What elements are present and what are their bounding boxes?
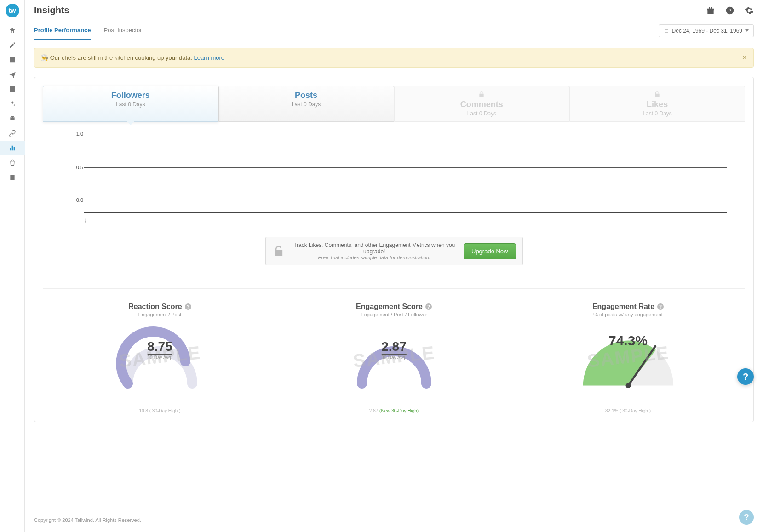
nav-shop[interactable] bbox=[0, 155, 25, 170]
gauge-subtitle: Engagement / Post bbox=[43, 312, 277, 317]
gauge-reaction-score: Reaction Score ? Engagement / Post SAMPL… bbox=[43, 303, 277, 413]
y-tick: 0.0 bbox=[70, 197, 83, 203]
logo: tw bbox=[6, 4, 19, 17]
date-range-text: Dec 24, 1969 - Dec 31, 1969 bbox=[672, 28, 742, 34]
y-tick: 1.0 bbox=[70, 131, 83, 137]
nav-doc[interactable] bbox=[0, 170, 25, 185]
gauges-row: Reaction Score ? Engagement / Post SAMPL… bbox=[43, 288, 745, 413]
gauge-subtitle: Engagement / Post / Follower bbox=[277, 312, 511, 317]
banner-learn-more-link[interactable]: Learn more bbox=[194, 54, 224, 61]
unlock-icon bbox=[272, 245, 285, 257]
metric-tab-likes[interactable]: Likes Last 0 Days bbox=[569, 86, 745, 122]
main-panel: Followers Last 0 Days Posts Last 0 Days … bbox=[34, 77, 754, 422]
trend-chart: 1.0 0.5 0.0 bbox=[84, 131, 727, 218]
lock-icon bbox=[654, 91, 661, 98]
tab-profile-performance[interactable]: Profile Performance bbox=[34, 21, 91, 40]
gauge-high-text: 82.1% ( 30-Day High ) bbox=[511, 408, 745, 413]
upgrade-subtext: Free Trial includes sample data for demo… bbox=[293, 255, 456, 260]
gauge-engagement-score: Engagement Score ? Engagement / Post / F… bbox=[277, 303, 511, 413]
help-badge-icon[interactable]: ? bbox=[185, 303, 191, 310]
gauge-high-green: (New 30-Day High) bbox=[379, 408, 419, 413]
y-tick: 0.5 bbox=[70, 165, 83, 170]
metric-tab-sub: Last 0 Days bbox=[219, 101, 394, 108]
metric-tab-followers[interactable]: Followers Last 0 Days bbox=[43, 86, 218, 122]
floating-chat-button[interactable]: ? bbox=[739, 510, 754, 525]
upgrade-callout: Track Likes, Comments, and other Engagem… bbox=[265, 237, 523, 265]
nav-home[interactable] bbox=[0, 23, 25, 38]
banner-text: Our chefs are still in the kitchen cooki… bbox=[50, 54, 192, 61]
gauge-engagement-rate: Engagement Rate ? % of posts w/ any enga… bbox=[511, 303, 745, 413]
gauge-value: 2.87 bbox=[381, 339, 407, 355]
nav-insights[interactable] bbox=[0, 141, 25, 155]
gauge-title-text: Engagement Rate bbox=[592, 303, 654, 311]
metric-tab-sub: Last 0 Days bbox=[395, 110, 569, 117]
nav-ghost[interactable] bbox=[0, 111, 25, 126]
nav-media[interactable] bbox=[0, 52, 25, 67]
gift-icon[interactable] bbox=[706, 6, 715, 15]
help-icon[interactable]: ? bbox=[725, 6, 734, 15]
chart-marker-icon bbox=[84, 218, 87, 224]
metric-tab-title: Likes bbox=[570, 100, 745, 109]
svg-rect-2 bbox=[85, 219, 86, 221]
gauge-high-text: 10.8 ( 30-Day High ) bbox=[43, 408, 277, 413]
footer-text: Copyright © 2024 Tailwind. All Rights Re… bbox=[25, 513, 763, 532]
upgrade-button[interactable]: Upgrade Now bbox=[464, 243, 516, 259]
gauge-avg-label: 30-Day Avg. bbox=[147, 355, 172, 360]
metric-tab-sub: Last 0 Days bbox=[43, 101, 218, 108]
lock-icon bbox=[478, 91, 485, 98]
nav-calendar[interactable] bbox=[0, 82, 25, 97]
help-badge-icon[interactable]: ? bbox=[425, 303, 432, 310]
calendar-icon bbox=[664, 28, 669, 34]
metric-tab-title: Followers bbox=[43, 91, 218, 100]
chef-icon: 👨‍🍳 bbox=[41, 54, 48, 61]
metric-tab-comments[interactable]: Comments Last 0 Days bbox=[394, 86, 570, 122]
close-icon[interactable]: × bbox=[742, 53, 747, 63]
nav-send[interactable] bbox=[0, 67, 25, 82]
nav-sparkle[interactable] bbox=[0, 97, 25, 111]
nav-create[interactable] bbox=[0, 38, 25, 52]
chart-y-axis: 1.0 0.5 0.0 bbox=[70, 131, 83, 218]
sidebar: tw bbox=[0, 0, 25, 532]
info-banner: 👨‍🍳 Our chefs are still in the kitchen c… bbox=[34, 48, 754, 68]
upgrade-headline: Track Likes, Comments, and other Engagem… bbox=[293, 242, 456, 255]
page-title: Insights bbox=[34, 5, 69, 16]
metric-tab-title: Posts bbox=[219, 91, 394, 100]
gauge-arc bbox=[114, 324, 206, 397]
date-range-picker[interactable]: Dec 24, 1969 - Dec 31, 1969 bbox=[659, 24, 754, 37]
gauge-arc bbox=[348, 324, 440, 397]
svg-point-5 bbox=[625, 383, 631, 388]
svg-text:?: ? bbox=[729, 7, 732, 13]
gauge-value: 8.75 bbox=[147, 339, 172, 355]
chart-grid bbox=[84, 135, 727, 200]
gear-icon[interactable] bbox=[745, 6, 754, 15]
help-badge-icon[interactable]: ? bbox=[657, 303, 664, 310]
topbar: Insights ? bbox=[25, 0, 763, 21]
metric-tab-title: Comments bbox=[395, 100, 569, 109]
nav-link[interactable] bbox=[0, 126, 25, 141]
gauge-high-prefix: 2.87 bbox=[369, 408, 378, 413]
gauge-avg-label: 30-Day Avg. bbox=[381, 355, 406, 360]
metric-tab-posts[interactable]: Posts Last 0 Days bbox=[218, 86, 394, 122]
tab-post-inspector[interactable]: Post Inspector bbox=[104, 21, 142, 40]
chevron-down-icon bbox=[745, 29, 749, 32]
metric-tab-sub: Last 0 Days bbox=[570, 110, 745, 117]
tabbar: Profile Performance Post Inspector Dec 2… bbox=[25, 21, 763, 40]
gauge-title-text: Reaction Score bbox=[128, 303, 182, 311]
gauge-title-text: Engagement Score bbox=[356, 303, 423, 311]
floating-help-button[interactable]: ? bbox=[737, 368, 754, 385]
gauge-value: 74.3% bbox=[608, 333, 648, 349]
gauge-subtitle: % of posts w/ any engagement bbox=[511, 312, 745, 317]
chart-baseline bbox=[84, 212, 727, 213]
metric-tabs: Followers Last 0 Days Posts Last 0 Days … bbox=[43, 86, 745, 122]
